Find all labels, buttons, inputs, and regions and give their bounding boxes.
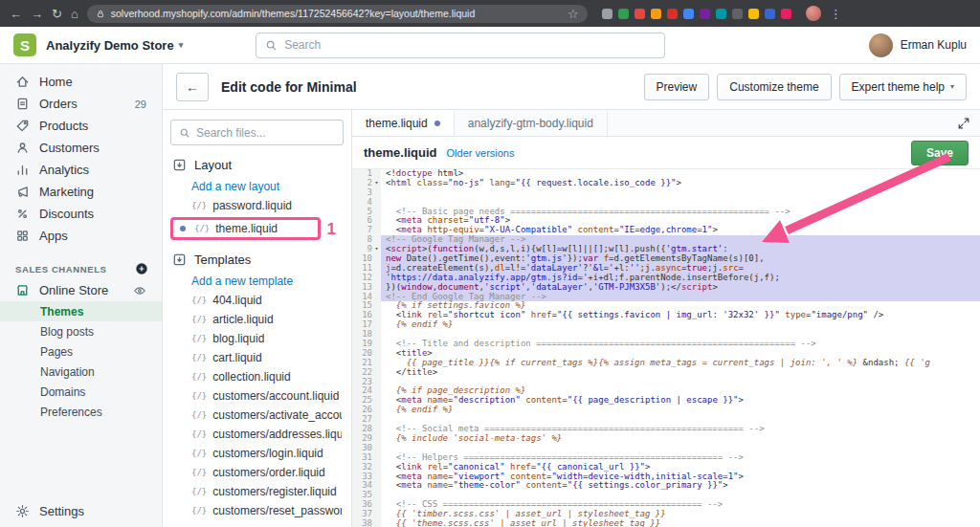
browser-menu-icon[interactable]: ⋮ xyxy=(830,8,842,20)
sidebar-item-settings[interactable]: Settings xyxy=(0,495,162,527)
add-new-layout-link[interactable]: Add a new layout xyxy=(170,177,344,196)
code-line[interactable]: 19 <!-- Title and description ==========… xyxy=(352,340,980,349)
bookmark-star-icon[interactable]: ☆ xyxy=(568,8,579,20)
gear-icon xyxy=(15,504,30,518)
extension-icon[interactable] xyxy=(732,9,743,19)
file-name: customers/reset_password.liquid xyxy=(212,504,342,517)
file-item-customers-reset-password-liquid[interactable]: {/}customers/reset_password.liquid xyxy=(170,501,344,520)
editor-toolbar: theme.liquid Older versions Save xyxy=(352,137,980,169)
extension-icon[interactable] xyxy=(683,9,694,19)
sidebar-item-orders[interactable]: Orders29 xyxy=(0,93,162,115)
sidebar-item-themes[interactable]: Themes xyxy=(0,301,162,321)
extension-icon[interactable] xyxy=(602,9,612,19)
file-item-theme-liquid[interactable]: {/}theme.liquid1 xyxy=(170,217,321,240)
file-search-input[interactable]: Search files... xyxy=(170,120,344,145)
user-menu[interactable]: Erman Kuplu xyxy=(869,33,967,57)
file-name: customers/addresses.liquid xyxy=(212,428,342,441)
code-line[interactable]: 26 {% endif %} xyxy=(352,406,980,415)
main-content: ← Edit code for Minimal Preview Customiz… xyxy=(163,64,980,527)
file-item-customers-addresses-liquid[interactable]: {/}customers/addresses.liquid xyxy=(170,425,344,444)
line-number: 38 xyxy=(352,519,381,527)
editor-tab-theme-liquid[interactable]: theme.liquid xyxy=(352,110,455,136)
file-item-customers-account-liquid[interactable]: {/}customers/account.liquid xyxy=(170,386,344,406)
code-text: <!-- Title and description =============… xyxy=(381,340,980,349)
back-button[interactable]: ← xyxy=(176,73,209,101)
file-section-layout[interactable]: Layout xyxy=(172,158,342,172)
sales-channels-label: SALES CHANNELS xyxy=(15,264,107,274)
file-item-cart-liquid[interactable]: {/}cart.liquid xyxy=(170,348,344,367)
add-new-templates-link[interactable]: Add a new template xyxy=(170,272,344,291)
sidebar-item-discounts[interactable]: Discounts xyxy=(0,203,162,225)
code-text: {% endif %} xyxy=(381,406,980,415)
file-name: customers/login.liquid xyxy=(212,447,323,460)
older-versions-link[interactable]: Older versions xyxy=(447,147,515,159)
sidebar-item-navigation[interactable]: Navigation xyxy=(0,362,162,382)
browser-forward-icon[interactable]: → xyxy=(31,8,43,20)
section-icon xyxy=(172,158,187,172)
save-button[interactable]: Save xyxy=(911,141,969,165)
liquid-file-icon: {/} xyxy=(191,487,207,496)
code-area[interactable]: 1<!doctype html>2▾<html class="no-js" la… xyxy=(352,169,980,527)
sidebar-item-domains[interactable]: Domains xyxy=(0,382,162,402)
file-item-customers-login-liquid[interactable]: {/}customers/login.liquid xyxy=(170,444,344,463)
code-line[interactable]: 17 {% endif %} xyxy=(352,320,980,330)
browser-address-bar[interactable]: solverhood.myshopify.com/admin/themes/11… xyxy=(87,5,588,23)
admin-search-input[interactable]: Search xyxy=(256,33,665,58)
extension-icon[interactable] xyxy=(667,9,678,19)
add-channel-icon[interactable] xyxy=(135,262,148,275)
editor-tab-analyzify-gtm-body-liquid[interactable]: analyzify-gtm-body.liquid xyxy=(455,110,608,136)
extension-icon[interactable] xyxy=(651,9,661,19)
file-item-blog-liquid[interactable]: {/}blog.liquid xyxy=(170,329,344,348)
file-item-customers-register-liquid[interactable]: {/}customers/register.liquid xyxy=(170,482,344,501)
sidebar-item-customers[interactable]: Customers xyxy=(0,137,162,159)
file-item-password-liquid[interactable]: {/}password.liquid xyxy=(170,196,344,215)
sidebar-item-label: Analytics xyxy=(39,163,146,177)
file-section-templates[interactable]: Templates xyxy=(172,253,342,267)
sidebar-item-online-store[interactable]: Online Store xyxy=(0,279,162,301)
header-actions: Preview Customize theme Expert theme hel… xyxy=(644,74,967,100)
view-store-eye-icon[interactable] xyxy=(133,284,146,297)
expert-theme-help-button[interactable]: Expert theme help ▾ xyxy=(839,74,967,100)
user-name-label: Erman Kuplu xyxy=(901,38,967,52)
preview-button[interactable]: Preview xyxy=(644,74,710,100)
file-item-404-liquid[interactable]: {/}404.liquid xyxy=(170,291,344,310)
browser-extensions xyxy=(602,9,791,19)
file-item-article-liquid[interactable]: {/}article.liquid xyxy=(170,310,344,329)
expand-editor-icon[interactable] xyxy=(947,117,980,130)
code-line[interactable]: 3 xyxy=(352,188,980,198)
sidebar-item-blog-posts[interactable]: Blog posts xyxy=(0,321,162,341)
extension-icon[interactable] xyxy=(700,9,710,19)
code-line[interactable]: 29 {% include 'social-meta-tags' %} xyxy=(352,434,980,444)
code-line[interactable]: 38 {{ 'theme.scss.css' | asset_url | sty… xyxy=(352,519,980,527)
browser-back-icon[interactable]: ← xyxy=(10,8,22,20)
code-editor: theme.liquidanalyzify-gtm-body.liquid th… xyxy=(352,110,980,527)
sidebar-item-label: Products xyxy=(39,119,146,133)
code-line[interactable]: 2▾<html class="no-js" lang="{{ request.l… xyxy=(352,179,980,188)
sidebar-item-home[interactable]: Home xyxy=(0,71,162,93)
browser-refresh-icon[interactable]: ↻ xyxy=(52,8,62,20)
expert-theme-help-label: Expert theme help xyxy=(852,80,945,94)
sidebar-item-analytics[interactable]: Analytics xyxy=(0,159,162,181)
file-item-customers-activate-account-liquid[interactable]: {/}customers/activate_account.liquid xyxy=(170,406,344,425)
customize-theme-button[interactable]: Customize theme xyxy=(717,74,831,100)
extension-icon[interactable] xyxy=(781,9,791,19)
extension-icon[interactable] xyxy=(748,9,759,19)
code-line[interactable]: 22 </title> xyxy=(352,368,980,378)
sidebar-item-products[interactable]: Products xyxy=(0,115,162,137)
code-line[interactable]: 34 <meta name="theme-color" content="{{ … xyxy=(352,481,980,491)
sidebar-item-preferences[interactable]: Preferences xyxy=(0,402,162,422)
browser-home-icon[interactable]: ⌂ xyxy=(71,8,78,20)
file-search-placeholder: Search files... xyxy=(196,126,266,140)
browser-profile-avatar[interactable] xyxy=(806,6,821,21)
extension-icon[interactable] xyxy=(618,9,629,19)
extension-icon[interactable] xyxy=(716,9,726,19)
sidebar-item-pages[interactable]: Pages xyxy=(0,341,162,362)
store-switcher[interactable]: Analyzify Demo Store ▾ xyxy=(46,38,183,53)
sidebar-item-marketing[interactable]: Marketing xyxy=(0,181,162,203)
code-line[interactable]: 21 {{ page_title }}{% if current_tags %}… xyxy=(352,359,980,368)
sidebar-item-apps[interactable]: Apps xyxy=(0,225,162,247)
file-item-collection-liquid[interactable]: {/}collection.liquid xyxy=(170,367,344,386)
extension-icon[interactable] xyxy=(765,9,775,19)
extension-icon[interactable] xyxy=(635,9,645,19)
file-item-customers-order-liquid[interactable]: {/}customers/order.liquid xyxy=(170,463,344,482)
